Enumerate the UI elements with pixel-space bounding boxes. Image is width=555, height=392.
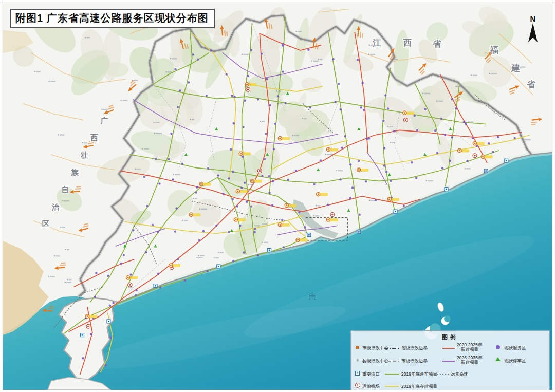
longterm-expressway-line (437, 374, 449, 375)
svg-text:江: 江 (372, 38, 381, 48)
opened-2019-line (385, 374, 399, 375)
city-center-icon (356, 346, 359, 349)
svg-text:西: 西 (402, 38, 412, 48)
new-2020-2025-line (442, 348, 455, 349)
port-icon: ⚓ (355, 371, 360, 376)
legend-label: 重要港口 (362, 371, 380, 378)
svg-text:区: 区 (42, 219, 50, 228)
svg-text:治: 治 (51, 202, 60, 211)
legend-label: 2020-2025年 新建项目 (457, 343, 482, 352)
svg-text:南: 南 (309, 292, 316, 301)
legend-label: 2019年底通车项目 (401, 371, 437, 378)
legend: 图例 市级行政中心 ✳ 县级行政中心 ⚓ 重要港口 ✈ 运输机场 省级行政边界 … (350, 330, 550, 390)
under-construction-2019-line (385, 386, 399, 387)
north-arrow: N (525, 15, 541, 45)
legend-label: 现状服务区 (504, 345, 526, 351)
airport-icon: ✈ (355, 383, 360, 388)
city-boundary-line (384, 361, 399, 362)
svg-text:福: 福 (490, 45, 499, 55)
legend-label: 远景高速 (451, 371, 468, 378)
svg-text:建: 建 (511, 63, 520, 73)
legend-label: 市级行政边界 (401, 358, 428, 364)
legend-label: 运输机场 (362, 384, 380, 390)
service-area-icon (496, 345, 500, 349)
new-2026-2035-line (442, 361, 455, 362)
svg-text:自: 自 (61, 185, 69, 194)
parking-area-icon (495, 357, 501, 361)
legend-label: 现状停车区 (504, 358, 526, 364)
map-figure: 江西省福建省广西壮族自治区南 附图1 广东省高速公路服务区现状分布图 N 图例 … (0, 0, 555, 392)
province-boundary-line (384, 348, 399, 349)
north-arrow-icon (527, 23, 539, 43)
svg-text:省: 省 (527, 79, 536, 89)
legend-label: 2026-2035年 新建项目 (457, 356, 482, 365)
legend-label: 2019年底在建项目 (401, 384, 437, 390)
north-label: N (525, 15, 541, 23)
legend-title: 图例 (351, 333, 549, 341)
svg-text:壮: 壮 (80, 151, 88, 159)
svg-text:族: 族 (70, 167, 79, 176)
map-title-box: 附图1 广东省高速公路服务区现状分布图 (10, 9, 215, 28)
svg-text:广: 广 (100, 116, 108, 125)
map-title: 附图1 广东省高速公路服务区现状分布图 (15, 12, 209, 24)
svg-text:西: 西 (90, 133, 98, 142)
legend-label: 省级行政边界 (401, 345, 428, 351)
svg-text:省: 省 (433, 39, 442, 49)
county-center-icon: ✳ (356, 358, 360, 362)
map-frame: 江西省福建省广西壮族自治区南 附图1 广东省高速公路服务区现状分布图 N 图例 … (2, 2, 553, 390)
